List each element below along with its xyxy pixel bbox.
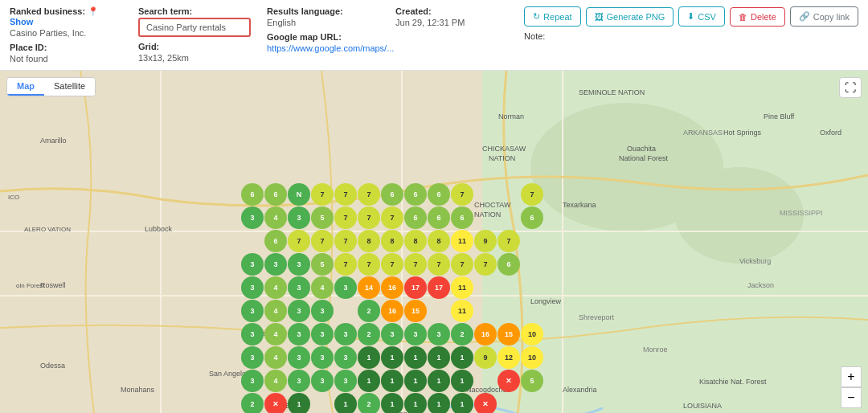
grid-cell: 7 bbox=[334, 230, 357, 252]
grid-cell: 8 bbox=[358, 230, 380, 252]
grid-value: 13x13, 25km bbox=[138, 53, 251, 63]
grid-cell bbox=[474, 183, 497, 206]
grid-cell: 8 bbox=[428, 230, 450, 252]
grid-cell: 2 bbox=[358, 300, 380, 322]
grid-cell: 1 bbox=[451, 370, 473, 392]
grid-cell bbox=[497, 300, 520, 322]
note-label: Note: bbox=[524, 31, 545, 41]
grid-cell: 7 bbox=[474, 253, 497, 276]
svg-text:Shreveport: Shreveport bbox=[579, 313, 615, 321]
svg-text:Oxford: Oxford bbox=[820, 129, 841, 137]
grid-cell: 3 bbox=[311, 323, 334, 346]
generate-png-button[interactable]: 🖼 Generate PNG bbox=[586, 7, 674, 27]
grid-cell: 2 bbox=[358, 393, 380, 413]
google-map-url-value[interactable]: https://www.google.com/maps/... bbox=[267, 43, 379, 53]
grid-cell: 4 bbox=[264, 300, 287, 322]
grid-cell: 4 bbox=[311, 276, 334, 299]
grid-cell: 3 bbox=[288, 300, 310, 322]
svg-text:ARKANSAS: ARKANSAS bbox=[683, 129, 723, 137]
grid-cell: 4 bbox=[264, 206, 287, 229]
grid-cell bbox=[241, 230, 264, 252]
svg-text:Monahans: Monahans bbox=[121, 386, 155, 394]
grid-cell: 3 bbox=[334, 346, 357, 369]
business-name: Casino Parties, Inc. bbox=[10, 28, 122, 38]
grid-cell: 4 bbox=[264, 323, 287, 346]
place-id-label: Place ID: bbox=[10, 43, 122, 52]
svg-text:SEMINOLE NATION: SEMINOLE NATION bbox=[579, 88, 645, 96]
svg-text:Hot Springs: Hot Springs bbox=[723, 129, 762, 137]
grid-cell: 5 bbox=[521, 370, 543, 392]
tab-map[interactable]: Map bbox=[7, 78, 44, 96]
grid-cell: 1 bbox=[404, 346, 427, 369]
grid-cell: 1 bbox=[451, 393, 473, 413]
grid-cell bbox=[521, 230, 543, 252]
grid-cell: 1 bbox=[428, 393, 450, 413]
grid-label: Grid: bbox=[138, 42, 251, 51]
grid-cell: 11 bbox=[451, 230, 473, 252]
grid-cell: 3 bbox=[264, 253, 287, 276]
grid-cell bbox=[474, 300, 497, 322]
grid-cell bbox=[521, 253, 543, 276]
copy-link-button[interactable]: 🔗 Copy link bbox=[790, 6, 858, 27]
generate-png-label: Generate PNG bbox=[607, 12, 665, 22]
search-term-section: Search term: Casino Party rentals Grid: … bbox=[138, 6, 251, 63]
grid-cell: 2 bbox=[358, 323, 380, 346]
grid-cell: 10 bbox=[521, 346, 543, 369]
grid-cell: 16 bbox=[381, 300, 403, 322]
grid-cell: 3 bbox=[288, 253, 310, 276]
map-container: Amarillo Lubbock Roswell Odessa Monahans… bbox=[0, 71, 868, 413]
grid-cell: 7 bbox=[358, 253, 380, 276]
svg-text:Odessa: Odessa bbox=[40, 362, 65, 370]
created-label: Created: bbox=[395, 6, 508, 16]
svg-text:Vicksburg: Vicksburg bbox=[739, 257, 771, 265]
grid-cell: 9 bbox=[474, 346, 497, 369]
grid-cell bbox=[474, 206, 497, 229]
action-buttons: ↻ Repeat 🖼 Generate PNG ⬇ CSV 🗑 Delete 🔗… bbox=[524, 6, 858, 27]
grid-cell: 16 bbox=[381, 276, 403, 299]
grid-cell: 3 bbox=[288, 370, 310, 392]
grid-cell: 6 bbox=[404, 206, 427, 229]
svg-text:ALERO VATION: ALERO VATION bbox=[24, 226, 71, 233]
grid-cell: 3 bbox=[241, 253, 264, 276]
results-language-section: Results language: English Google map URL… bbox=[267, 6, 379, 53]
grid-cell bbox=[521, 276, 543, 299]
ranked-business-label: Ranked business: 📍 Show bbox=[10, 6, 122, 27]
grid-cell: 3 bbox=[334, 370, 357, 392]
repeat-label: Repeat bbox=[543, 12, 571, 22]
svg-text:Texarkana: Texarkana bbox=[563, 201, 596, 209]
grid-cell: 1 bbox=[428, 370, 450, 392]
repeat-button[interactable]: ↻ Repeat bbox=[524, 6, 580, 27]
grid-cell: 7 bbox=[334, 253, 357, 276]
tab-satellite[interactable]: Satellite bbox=[44, 78, 95, 96]
csv-button[interactable]: ⬇ CSV bbox=[678, 6, 725, 27]
zoom-out-button[interactable]: − bbox=[841, 387, 862, 408]
grid-cell bbox=[474, 370, 497, 392]
svg-text:Kisatchie Nat. Forest: Kisatchie Nat. Forest bbox=[699, 378, 767, 386]
top-bar: Ranked business: 📍 Show Casino Parties, … bbox=[0, 0, 868, 71]
grid-cell bbox=[497, 393, 520, 413]
grid-cell: N bbox=[288, 183, 310, 206]
grid-cell: 1 bbox=[451, 346, 473, 369]
grid-cell: 3 bbox=[334, 276, 357, 299]
grid-cell: 10 bbox=[521, 323, 543, 346]
grid-cell: 7 bbox=[381, 206, 403, 229]
grid-cell: 3 bbox=[241, 276, 264, 299]
grid-cell: 6 bbox=[404, 183, 427, 206]
results-language-label: Results language: bbox=[267, 6, 379, 16]
svg-text:Norman: Norman bbox=[498, 112, 524, 121]
show-link[interactable]: Show bbox=[10, 17, 33, 27]
grid-cell: 3 bbox=[311, 346, 334, 369]
map-tab-bar: Map Satellite bbox=[6, 77, 96, 96]
svg-text:Amarillo: Amarillo bbox=[40, 137, 67, 145]
grid-cell: 2 bbox=[451, 323, 473, 346]
zoom-in-button[interactable]: + bbox=[841, 366, 862, 387]
grid-cell: 17 bbox=[428, 276, 450, 299]
fullscreen-button[interactable]: ⛶ bbox=[839, 77, 862, 98]
grid-cell bbox=[311, 393, 334, 413]
grid-cell: 1 bbox=[381, 370, 403, 392]
grid-cell: 16 bbox=[474, 323, 497, 346]
delete-button[interactable]: 🗑 Delete bbox=[730, 7, 785, 27]
svg-text:Ouachita: Ouachita bbox=[627, 145, 656, 153]
svg-text:Monroe: Monroe bbox=[643, 346, 668, 354]
svg-text:CHICKASAW: CHICKASAW bbox=[482, 145, 526, 153]
